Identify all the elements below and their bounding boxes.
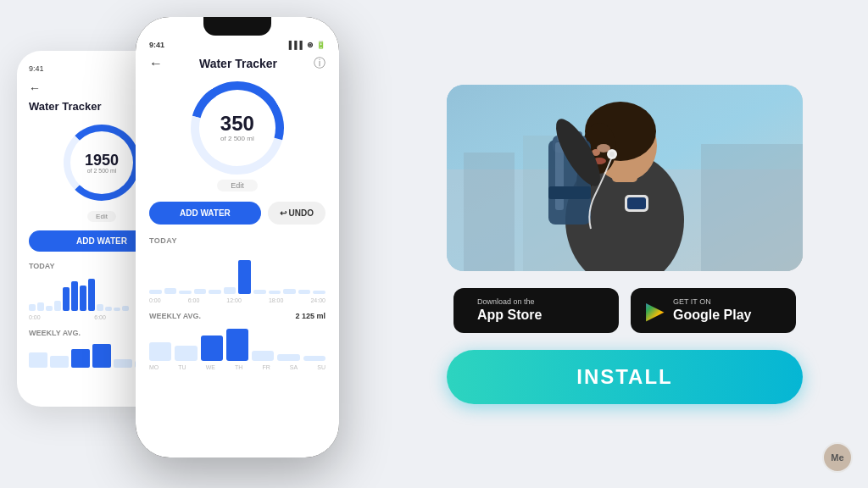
svg-rect-5: [701, 144, 803, 271]
store-buttons: Download on the App Store ▶ GET IT ON Go…: [453, 288, 796, 333]
app-store-main: App Store: [477, 307, 542, 323]
photo-card: [447, 85, 803, 271]
action-buttons: ADD WATER ↩ UNDO: [149, 202, 326, 225]
chart-time-labels-main: 0:006:0012:0018:0024:00: [149, 297, 326, 303]
signal-icons: ▌▌▌ ⊛ 🔋: [289, 41, 326, 49]
back-btn-main[interactable]: ←: [149, 56, 163, 71]
google-play-main: Google Play: [673, 307, 751, 323]
main-water-amount: 350: [220, 113, 254, 135]
edit-link-main[interactable]: Edit: [217, 180, 258, 191]
add-water-btn-main[interactable]: ADD WATER: [149, 202, 261, 225]
svg-point-22: [609, 152, 615, 157]
svg-rect-3: [464, 152, 515, 271]
weekly-avg-header: WEEKLY AVG. 2 125 ml: [149, 312, 326, 320]
google-play-text: GET IT ON Google Play: [673, 297, 751, 323]
svg-rect-24: [627, 197, 646, 209]
edit-btn-bg[interactable]: Edit: [87, 211, 116, 222]
main-water-circle: 350 of 2 500 ml: [174, 64, 301, 191]
app-store-text: Download on the App Store: [477, 297, 542, 323]
phone-main: 9:41 ▌▌▌ ⊛ 🔋 ← Water Tracker ⓘ 350 of 2 …: [136, 17, 339, 458]
weekly-avg-value: 2 125 ml: [295, 312, 326, 320]
main-container: 9:41 ▌▌ 🔋 ← Water Tracker 1950 of 2 500 …: [0, 0, 868, 488]
app-header-main: ← Water Tracker ⓘ: [149, 56, 326, 71]
today-label-main: TODAY: [149, 236, 326, 245]
undo-btn[interactable]: ↩ UNDO: [268, 202, 326, 225]
phones-section: 9:41 ▌▌ 🔋 ← Water Tracker 1950 of 2 500 …: [0, 0, 390, 488]
time-main: 9:41: [149, 41, 164, 49]
info-btn-main[interactable]: ⓘ: [314, 56, 326, 71]
water-amount-bg: 1950: [85, 152, 119, 168]
app-store-btn[interactable]: Download on the App Store: [453, 288, 619, 333]
water-sub-bg: of 2 500 ml: [87, 168, 117, 174]
woman-drinking-svg: [447, 85, 803, 271]
avatar-small[interactable]: Me: [822, 442, 853, 473]
google-play-sub: GET IT ON: [673, 297, 751, 307]
svg-rect-18: [555, 142, 564, 210]
phone-screen: 9:41 ▌▌▌ ⊛ 🔋 ← Water Tracker ⓘ 350 of 2 …: [136, 17, 339, 458]
main-water-circle-wrap: 350 of 2 500 ml: [149, 81, 326, 175]
status-bar-main: 9:41 ▌▌▌ ⊛ 🔋: [149, 41, 326, 49]
main-chart: [149, 252, 326, 294]
google-play-btn[interactable]: ▶ GET IT ON Google Play: [631, 288, 796, 333]
right-section: Download on the App Store ▶ GET IT ON Go…: [390, 0, 868, 488]
circle-ring-bg: 1950 of 2 500 ml: [64, 125, 140, 201]
weekly-chart-main: [149, 327, 326, 361]
main-water-sub: of 2 500 ml: [220, 136, 254, 143]
play-icon: ▶: [646, 297, 665, 324]
svg-rect-19: [548, 186, 591, 199]
phone-notch: [203, 17, 271, 36]
weekly-day-labels: MOTUWETHFRSASU: [149, 364, 326, 370]
app-store-sub: Download on the: [477, 297, 542, 307]
app-title-main: Water Tracker: [199, 57, 277, 70]
install-button[interactable]: INSTALL: [447, 350, 803, 404]
time-bg: 9:41: [29, 64, 44, 73]
weekly-avg-label: WEEKLY AVG.: [149, 312, 201, 320]
